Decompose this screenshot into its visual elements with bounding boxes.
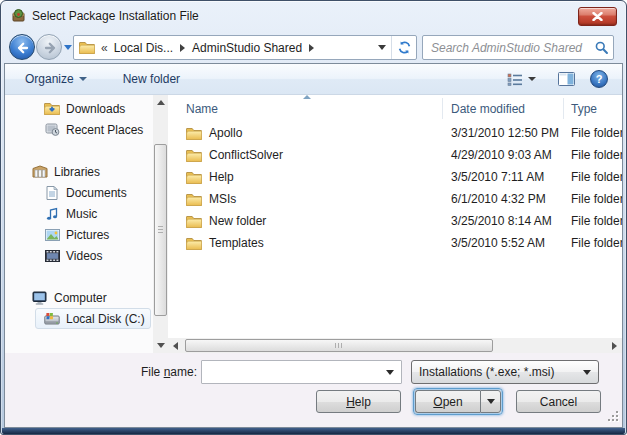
sidebar-item-recent-places[interactable]: Recent Places — [5, 119, 153, 140]
column-headers: Name Date modified Type — [168, 98, 622, 119]
organize-label: Organize — [25, 72, 74, 86]
file-row[interactable]: MSIs 6/1/2010 4:32 PM File folder — [168, 188, 622, 210]
resize-grip[interactable] — [606, 409, 618, 421]
back-button[interactable] — [9, 34, 35, 60]
open-button[interactable]: Open — [415, 390, 480, 413]
sidebar-item-label: Local Disk (C:) — [66, 312, 145, 326]
scrollbar-thumb[interactable] — [185, 339, 493, 352]
sidebar-item-label: Libraries — [54, 165, 100, 179]
close-icon — [592, 12, 603, 21]
breadcrumb-overflow-chevron[interactable]: « — [101, 41, 108, 55]
sidebar-item-label: Music — [66, 207, 97, 221]
refresh-button[interactable] — [392, 36, 416, 59]
file-type: File folder — [564, 236, 622, 250]
file-type: File folder — [564, 214, 622, 228]
new-folder-label: New folder — [123, 72, 180, 86]
sidebar-item-videos[interactable]: Videos — [5, 245, 153, 266]
cancel-button[interactable]: Cancel — [516, 390, 601, 413]
preview-pane-icon — [558, 72, 575, 86]
file-list-horizontal-scrollbar[interactable] — [168, 338, 622, 353]
close-button[interactable] — [578, 7, 617, 26]
address-bar[interactable]: « Local Dis... AdminStudio Shared — [73, 35, 417, 60]
open-options-dropdown-button[interactable] — [480, 390, 501, 413]
file-name-input[interactable] — [202, 365, 379, 379]
command-toolbar: Organize New folder — [5, 64, 622, 95]
local-disk-icon — [43, 312, 61, 325]
file-type-value: Installations (*.exe; *.msi) — [412, 365, 576, 379]
folder-icon — [186, 193, 202, 206]
scroll-down-button[interactable] — [153, 338, 168, 353]
file-row[interactable]: ConflictSolver 4/29/2010 9:03 AM File fo… — [168, 144, 622, 166]
search-input[interactable] — [423, 41, 589, 55]
sidebar-item-documents[interactable]: Documents — [5, 182, 153, 203]
address-dropdown-button[interactable] — [373, 36, 391, 59]
sidebar-item-music[interactable]: Music — [5, 203, 153, 224]
sidebar-item-libraries[interactable]: Libraries — [5, 161, 153, 182]
folder-icon — [186, 215, 202, 228]
file-name: Templates — [209, 236, 264, 250]
change-view-button[interactable] — [500, 69, 543, 90]
downloads-folder-icon — [43, 102, 61, 115]
file-row[interactable]: New folder 3/25/2010 8:14 AM File folder — [168, 210, 622, 232]
folder-icon — [186, 237, 202, 250]
file-type: File folder — [564, 126, 622, 140]
sidebar-item-local-disk-c[interactable]: Local Disk (C:) — [35, 308, 151, 329]
dialog-client-area: Organize New folder — [4, 63, 623, 428]
breadcrumb-arrow-icon[interactable] — [180, 44, 185, 52]
file-dialog-window: Select Package Installation File « Local… — [0, 0, 627, 435]
file-name-combobox — [201, 360, 402, 384]
forward-button-disabled[interactable] — [36, 34, 62, 60]
libraries-icon — [31, 165, 49, 178]
search-icon — [594, 40, 609, 55]
column-header-name[interactable]: Name — [168, 98, 443, 119]
column-header-type[interactable]: Type — [564, 98, 622, 119]
sidebar-item-label: Pictures — [66, 228, 109, 242]
window-bottom-frame — [2, 428, 625, 434]
file-name: ConflictSolver — [209, 148, 283, 162]
sidebar-item-pictures[interactable]: Pictures — [5, 224, 153, 245]
sidebar-scrollbar[interactable] — [153, 95, 168, 353]
browse-area: Downloads Recent Places — [5, 95, 622, 353]
scroll-left-button[interactable] — [168, 338, 183, 353]
file-list: Name Date modified Type Apollo 3/31/2010… — [168, 95, 622, 353]
titlebar: Select Package Installation File — [1, 1, 626, 30]
file-name: Apollo — [209, 126, 242, 140]
breadcrumb-segment-adminstudio-shared[interactable]: AdminStudio Shared — [186, 41, 308, 55]
sidebar-item-label: Videos — [66, 249, 102, 263]
recent-places-icon — [43, 123, 61, 136]
file-date-modified: 3/5/2010 7:11 AM — [443, 170, 564, 184]
file-row[interactable]: Apollo 3/31/2010 12:50 PM File folder — [168, 122, 622, 144]
column-header-date-modified[interactable]: Date modified — [443, 98, 564, 119]
chevron-down-icon — [79, 77, 87, 81]
file-date-modified: 4/29/2010 9:03 AM — [443, 148, 564, 162]
scrollbar-thumb[interactable] — [154, 144, 167, 316]
get-help-button[interactable]: ? — [590, 70, 608, 88]
breadcrumb-segment-local-disk[interactable]: Local Dis... — [108, 41, 179, 55]
sidebar-item-downloads[interactable]: Downloads — [5, 98, 153, 119]
file-type-combobox[interactable]: Installations (*.exe; *.msi) — [411, 360, 599, 384]
preview-pane-button[interactable] — [551, 68, 582, 90]
file-row[interactable]: Help 3/5/2010 7:11 AM File folder — [168, 166, 622, 188]
scroll-right-button[interactable] — [607, 338, 622, 353]
file-date-modified: 3/25/2010 8:14 AM — [443, 214, 564, 228]
file-name-dropdown-button[interactable] — [379, 361, 401, 383]
file-date-modified: 3/31/2010 12:50 PM — [443, 126, 564, 140]
search-button[interactable] — [589, 40, 613, 55]
help-button[interactable]: Help — [316, 390, 401, 413]
file-row[interactable]: Templates 3/5/2010 5:52 AM File folder — [168, 232, 622, 254]
sidebar-item-computer[interactable]: Computer — [5, 287, 153, 308]
scroll-up-button[interactable] — [153, 95, 168, 110]
videos-icon — [43, 250, 61, 262]
recent-pages-dropdown[interactable] — [64, 45, 72, 50]
sidebar-item-label: Documents — [66, 186, 127, 200]
chevron-down-icon — [528, 77, 536, 81]
package-app-icon — [11, 8, 26, 23]
file-type-dropdown-button[interactable] — [576, 361, 598, 383]
sidebar-item-label: Downloads — [66, 102, 125, 116]
back-arrow-icon — [14, 39, 32, 57]
file-type: File folder — [564, 170, 622, 184]
organize-button[interactable]: Organize — [18, 68, 94, 90]
folder-icon — [186, 171, 202, 184]
breadcrumb-arrow-icon[interactable] — [309, 44, 314, 52]
new-folder-button[interactable]: New folder — [116, 68, 187, 90]
